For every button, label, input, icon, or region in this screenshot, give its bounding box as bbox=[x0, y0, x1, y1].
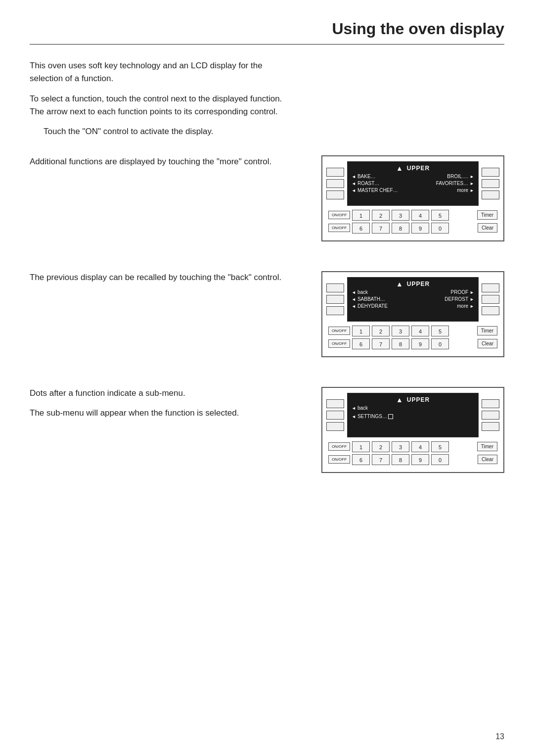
num-btn-3-9[interactable]: 9 bbox=[411, 454, 429, 465]
display-2-row-1-right: PROOF ► bbox=[451, 289, 474, 295]
left-btn-2-3[interactable] bbox=[326, 306, 344, 315]
section-intro-text: This oven uses soft key technology and a… bbox=[30, 59, 307, 145]
num-btn-2-5[interactable]: 5 bbox=[431, 326, 449, 336]
num-btn-1-8[interactable]: 8 bbox=[392, 223, 409, 234]
panel-3-keypad-row-1: ON/OFF 1 2 3 4 5 Timer bbox=[328, 441, 497, 452]
right-btn-3-3[interactable] bbox=[482, 422, 499, 431]
clear-btn-3[interactable]: Clear bbox=[478, 455, 497, 464]
num-btn-2-4[interactable]: 4 bbox=[411, 326, 429, 336]
num-btn-1-6[interactable]: 6 bbox=[352, 223, 370, 234]
on-off-btn-1-2[interactable]: ON/OFF bbox=[328, 224, 350, 232]
panel-1-keypad: ON/OFF 1 2 3 4 5 Timer ON/OFF 6 7 8 9 bbox=[326, 210, 499, 234]
num-btn-2-7[interactable]: 7 bbox=[372, 338, 390, 349]
timer-btn-2[interactable]: Timer bbox=[477, 326, 497, 335]
display-1-label: UPPER bbox=[407, 165, 430, 172]
left-btn-1[interactable] bbox=[326, 168, 344, 177]
num-btn-1-9[interactable]: 9 bbox=[411, 223, 429, 234]
on-off-btn-3-1[interactable]: ON/OFF bbox=[328, 442, 350, 451]
on-off-btn-2-2[interactable]: ON/OFF bbox=[328, 339, 350, 348]
left-btn-3-1[interactable] bbox=[326, 399, 344, 408]
num-btn-1-3[interactable]: 3 bbox=[392, 210, 409, 221]
num-btn-2-0[interactable]: 0 bbox=[431, 338, 449, 349]
right-btn-2-1[interactable] bbox=[482, 284, 499, 292]
right-btn-2[interactable] bbox=[482, 179, 499, 188]
display-3-row-1: ◄ back bbox=[352, 405, 474, 412]
left-btn-3[interactable] bbox=[326, 190, 344, 199]
oven-panel-1: ▲ UPPER ◄ BAKE… BROIL…. ► ◄ ROAST… FAVOR… bbox=[321, 155, 504, 241]
num-btn-2-6[interactable]: 6 bbox=[352, 338, 370, 349]
section-back-text: The previous display can be recalled by … bbox=[30, 271, 307, 291]
num-btn-1-1[interactable]: 1 bbox=[352, 210, 370, 221]
panel-3-keypad: ON/OFF 1 2 3 4 5 Timer ON/OFF 6 7 8 9 bbox=[326, 441, 499, 465]
num-btn-2-9[interactable]: 9 bbox=[411, 338, 429, 349]
num-btn-3-8[interactable]: 8 bbox=[392, 454, 409, 465]
num-btn-1-5[interactable]: 5 bbox=[431, 210, 449, 221]
num-btn-2-8[interactable]: 8 bbox=[392, 338, 409, 349]
up-arrow-icon-1: ▲ bbox=[396, 164, 403, 172]
clear-btn-2[interactable]: Clear bbox=[478, 339, 497, 348]
display-1: ▲ UPPER ◄ BAKE… BROIL…. ► ◄ ROAST… FAVOR… bbox=[347, 161, 479, 206]
right-btn-3-2[interactable] bbox=[482, 411, 499, 420]
panel-3-inner: ▲ UPPER ◄ back ◄ S bbox=[326, 393, 499, 437]
panel-3-container: ▲ UPPER ◄ back ◄ S bbox=[321, 387, 504, 473]
left-btn-3-2[interactable] bbox=[326, 411, 344, 420]
num-btn-2-1[interactable]: 1 bbox=[352, 326, 370, 336]
display-1-row-2-left: ◄ ROAST… bbox=[352, 181, 379, 186]
display-2-row-1-left: ◄ back bbox=[352, 289, 368, 295]
more-para-1: Additional functions are displayed by to… bbox=[30, 155, 297, 168]
num-btn-1-2[interactable]: 2 bbox=[372, 210, 390, 221]
num-btn-1-0[interactable]: 0 bbox=[431, 223, 449, 234]
clear-btn-1[interactable]: Clear bbox=[478, 223, 497, 233]
right-btn-3-1[interactable] bbox=[482, 399, 499, 408]
submenu-icon bbox=[388, 414, 393, 419]
left-btn-2-2[interactable] bbox=[326, 295, 344, 304]
right-btn-2-2[interactable] bbox=[482, 295, 499, 304]
display-2-row-3-right: more ► bbox=[457, 303, 474, 309]
display-2-row-2-left: ◄ SABBATH… bbox=[352, 296, 385, 302]
display-1-header: ▲ UPPER bbox=[352, 164, 474, 172]
num-btn-3-3[interactable]: 3 bbox=[392, 441, 409, 452]
display-3-row-3-left: ◄ SETTINGS… bbox=[352, 414, 393, 419]
left-btn-3-3[interactable] bbox=[326, 422, 344, 431]
right-btn-1[interactable] bbox=[482, 168, 499, 177]
num-btn-2-2[interactable]: 2 bbox=[372, 326, 390, 336]
on-off-btn-2-1[interactable]: ON/OFF bbox=[328, 327, 350, 335]
display-3-row-3: ◄ SETTINGS… bbox=[352, 413, 474, 420]
panel-1-keypad-row-2: ON/OFF 6 7 8 9 0 Clear bbox=[328, 223, 497, 234]
oven-panel-3: ▲ UPPER ◄ back ◄ S bbox=[321, 387, 504, 473]
display-2-header: ▲ UPPER bbox=[352, 280, 474, 288]
display-3-label: UPPER bbox=[407, 396, 430, 403]
intro-para-3: Touch the "ON" control to activate the d… bbox=[44, 125, 297, 138]
right-btn-2-3[interactable] bbox=[482, 306, 499, 315]
timer-btn-1[interactable]: Timer bbox=[477, 210, 497, 220]
num-btn-3-4[interactable]: 4 bbox=[411, 441, 429, 452]
display-1-row-3-left: ◄ MASTER CHEF… bbox=[352, 188, 398, 193]
panel-1-container: ▲ UPPER ◄ BAKE… BROIL…. ► ◄ ROAST… FAVOR… bbox=[321, 155, 504, 241]
num-btn-3-7[interactable]: 7 bbox=[372, 454, 390, 465]
left-btn-2[interactable] bbox=[326, 179, 344, 188]
page-container: Using the oven display This oven uses so… bbox=[0, 0, 534, 756]
display-2-label: UPPER bbox=[407, 281, 430, 287]
display-3: ▲ UPPER ◄ back ◄ S bbox=[347, 393, 479, 437]
num-btn-3-5[interactable]: 5 bbox=[431, 441, 449, 452]
timer-btn-3[interactable]: Timer bbox=[477, 442, 497, 451]
back-para-1: The previous display can be recalled by … bbox=[30, 271, 297, 284]
panel-3-right-buttons bbox=[482, 393, 499, 437]
num-btn-2-3[interactable]: 3 bbox=[392, 326, 409, 336]
num-btn-3-2[interactable]: 2 bbox=[372, 441, 390, 452]
on-off-btn-3-2[interactable]: ON/OFF bbox=[328, 455, 350, 464]
left-btn-2-1[interactable] bbox=[326, 284, 344, 292]
panel-2-keypad-row-1: ON/OFF 1 2 3 4 5 Timer bbox=[328, 326, 497, 336]
num-btn-3-0[interactable]: 0 bbox=[431, 454, 449, 465]
num-btn-1-7[interactable]: 7 bbox=[372, 223, 390, 234]
panel-2-left-buttons bbox=[326, 277, 344, 322]
num-btn-1-4[interactable]: 4 bbox=[411, 210, 429, 221]
right-btn-3[interactable] bbox=[482, 190, 499, 199]
page-number: 13 bbox=[495, 732, 504, 741]
num-btn-3-6[interactable]: 6 bbox=[352, 454, 370, 465]
on-off-btn-1-1[interactable]: ON/OFF bbox=[328, 211, 350, 219]
oven-panel-2: ▲ UPPER ◄ back PROOF ► ◄ SABBATH… DEFROS… bbox=[321, 271, 504, 357]
num-btn-3-1[interactable]: 1 bbox=[352, 441, 370, 452]
up-arrow-icon-2: ▲ bbox=[396, 280, 403, 288]
panel-2-right-buttons bbox=[482, 277, 499, 322]
